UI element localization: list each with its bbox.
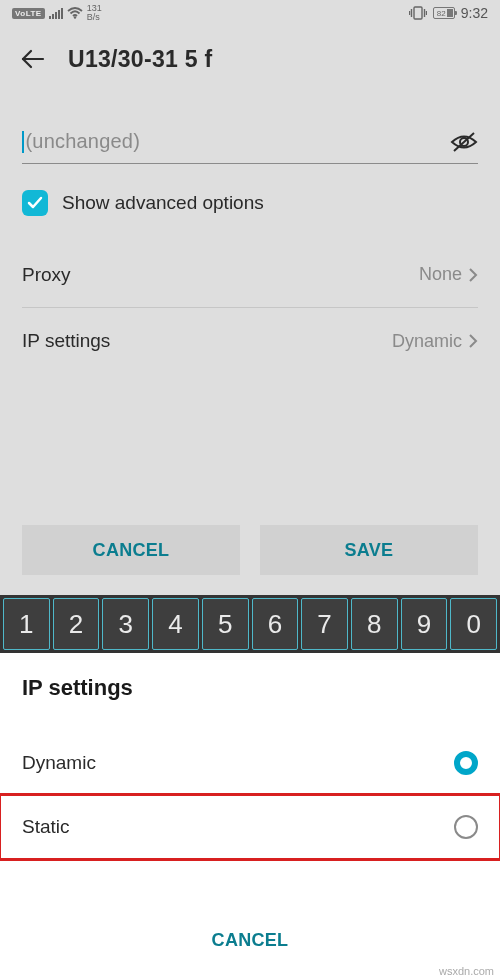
- network-rate: 131 B/s: [87, 4, 102, 22]
- advanced-options-row[interactable]: Show advanced options: [22, 190, 478, 216]
- radio-unchecked-icon: [454, 815, 478, 839]
- advanced-options-label: Show advanced options: [62, 192, 264, 214]
- status-bar: VoLTE 131 B/s 82 9:32: [0, 0, 500, 26]
- svg-rect-3: [58, 10, 60, 19]
- dialog-cancel-button[interactable]: CANCEL: [22, 914, 478, 961]
- key-3[interactable]: 3: [102, 598, 149, 650]
- option-dynamic[interactable]: Dynamic: [22, 731, 478, 795]
- svg-rect-4: [61, 8, 63, 19]
- save-button[interactable]: SAVE: [260, 525, 478, 575]
- radio-checked-icon: [454, 751, 478, 775]
- key-4[interactable]: 4: [152, 598, 199, 650]
- key-2[interactable]: 2: [53, 598, 100, 650]
- app-bar: U13/30-31 5 f: [0, 26, 500, 92]
- dialog-title: IP settings: [22, 675, 478, 701]
- visibility-off-icon[interactable]: [450, 131, 478, 153]
- action-bar: CANCEL SAVE: [0, 525, 500, 595]
- svg-point-5: [73, 16, 75, 18]
- ip-settings-label: IP settings: [22, 330, 110, 352]
- svg-rect-6: [414, 7, 422, 19]
- text-cursor: [22, 131, 24, 153]
- volte-badge: VoLTE: [12, 8, 45, 19]
- wifi-icon: [67, 7, 83, 19]
- option-static-label: Static: [22, 816, 70, 838]
- ip-settings-value: Dynamic: [392, 331, 462, 352]
- option-static[interactable]: Static: [0, 795, 500, 859]
- back-button[interactable]: [20, 46, 46, 72]
- password-input[interactable]: (unchanged): [22, 124, 478, 164]
- svg-rect-2: [55, 12, 57, 19]
- clock: 9:32: [461, 5, 488, 21]
- checkbox-checked-icon[interactable]: [22, 190, 48, 216]
- key-1[interactable]: 1: [3, 598, 50, 650]
- cancel-button[interactable]: CANCEL: [22, 525, 240, 575]
- vibrate-icon: [409, 6, 427, 20]
- wifi-edit-screen: VoLTE 131 B/s 82 9:32: [0, 0, 500, 595]
- content-area: (unchanged) Show advanced options Proxy …: [0, 92, 500, 525]
- proxy-row[interactable]: Proxy None: [22, 242, 478, 308]
- page-title: U13/30-31 5 f: [68, 46, 213, 73]
- proxy-label: Proxy: [22, 264, 71, 286]
- ip-settings-row[interactable]: IP settings Dynamic: [22, 308, 478, 374]
- ip-settings-dialog: IP settings Dynamic Static CANCEL: [0, 653, 500, 961]
- key-6[interactable]: 6: [252, 598, 299, 650]
- key-0[interactable]: 0: [450, 598, 497, 650]
- option-dynamic-label: Dynamic: [22, 752, 96, 774]
- keyboard-number-row: 1 2 3 4 5 6 7 8 9 0: [0, 595, 500, 653]
- watermark: wsxdn.com: [439, 965, 494, 977]
- key-5[interactable]: 5: [202, 598, 249, 650]
- key-8[interactable]: 8: [351, 598, 398, 650]
- battery-indicator: 82: [433, 7, 455, 19]
- chevron-right-icon: [468, 333, 478, 349]
- proxy-value: None: [419, 264, 462, 285]
- key-7[interactable]: 7: [301, 598, 348, 650]
- password-placeholder: (unchanged): [26, 130, 451, 153]
- chevron-right-icon: [468, 267, 478, 283]
- key-9[interactable]: 9: [401, 598, 448, 650]
- svg-rect-1: [52, 14, 54, 19]
- svg-rect-0: [49, 16, 51, 19]
- signal-icon: [49, 7, 63, 19]
